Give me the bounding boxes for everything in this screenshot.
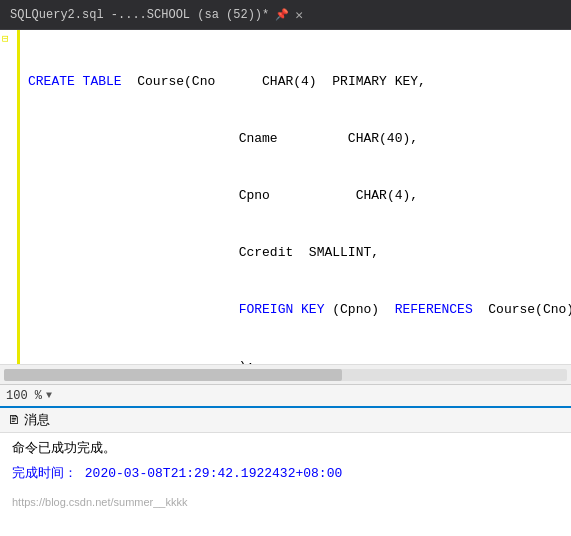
zoom-level: 100 % <box>6 389 42 403</box>
collapse-icon[interactable]: ⊟ <box>0 30 17 45</box>
completion-time-line: 完成时间： 2020-03-08T21:29:42.1922432+08:00 <box>12 464 559 485</box>
keyword-references: REFERENCES <box>395 300 473 319</box>
completion-time-value: 2020-03-08T21:29:42.1922432+08:00 <box>85 466 342 481</box>
editor-content[interactable]: ⊟ CREATE TABLE Course(Cno CHAR(4) PRIMAR… <box>0 30 571 364</box>
editor-gutter: ⊟ <box>0 30 20 364</box>
zoom-bar: 100 % ▼ <box>0 384 571 406</box>
horizontal-scrollbar[interactable] <box>0 364 571 384</box>
zoom-dropdown-icon[interactable]: ▼ <box>46 390 52 401</box>
editor-container: ⊟ CREATE TABLE Course(Cno CHAR(4) PRIMAR… <box>0 30 571 406</box>
keyword-foreign-key: FOREIGN KEY <box>239 300 325 319</box>
keyword-create: CREATE TABLE <box>28 72 122 91</box>
completion-text: 命令已成功完成。 <box>12 439 559 460</box>
code-line-6: ); <box>28 357 563 364</box>
close-tab-icon[interactable]: ✕ <box>295 7 303 23</box>
code-course: Course(Cno <box>137 72 215 91</box>
code-line-1: CREATE TABLE Course(Cno CHAR(4) PRIMARY … <box>28 72 563 91</box>
code-line-2: Cname CHAR(40), <box>28 129 563 148</box>
code-line-5: FOREIGN KEY (Cpno) REFERENCES Course(Cno… <box>28 300 563 319</box>
messages-header-label: 消息 <box>24 411 50 429</box>
title-bar: SQLQuery2.sql -....SCHOOL (sa (52))* 📌 ✕ <box>0 0 571 30</box>
watermark: https://blog.csdn.net/summer__kkkk <box>12 496 187 508</box>
messages-body: 命令已成功完成。 完成时间： 2020-03-08T21:29:42.19224… <box>0 433 571 519</box>
messages-header: 🖹 消息 <box>0 408 571 433</box>
messages-panel: 🖹 消息 命令已成功完成。 完成时间： 2020-03-08T21:29:42.… <box>0 406 571 536</box>
messages-panel-icon: 🖹 <box>8 413 20 428</box>
completion-time-label: 完成时间： <box>12 466 77 481</box>
pin-icon[interactable]: 📌 <box>275 8 289 21</box>
tab-title-area: SQLQuery2.sql -....SCHOOL (sa (52))* 📌 ✕ <box>10 7 303 23</box>
code-area[interactable]: CREATE TABLE Course(Cno CHAR(4) PRIMARY … <box>20 30 571 364</box>
code-line-4: Ccredit SMALLINT, <box>28 243 563 262</box>
tab-title: SQLQuery2.sql -....SCHOOL (sa (52))* <box>10 8 269 22</box>
code-line-3: Cpno CHAR(4), <box>28 186 563 205</box>
scrollbar-track[interactable] <box>4 369 567 381</box>
scrollbar-thumb[interactable] <box>4 369 342 381</box>
